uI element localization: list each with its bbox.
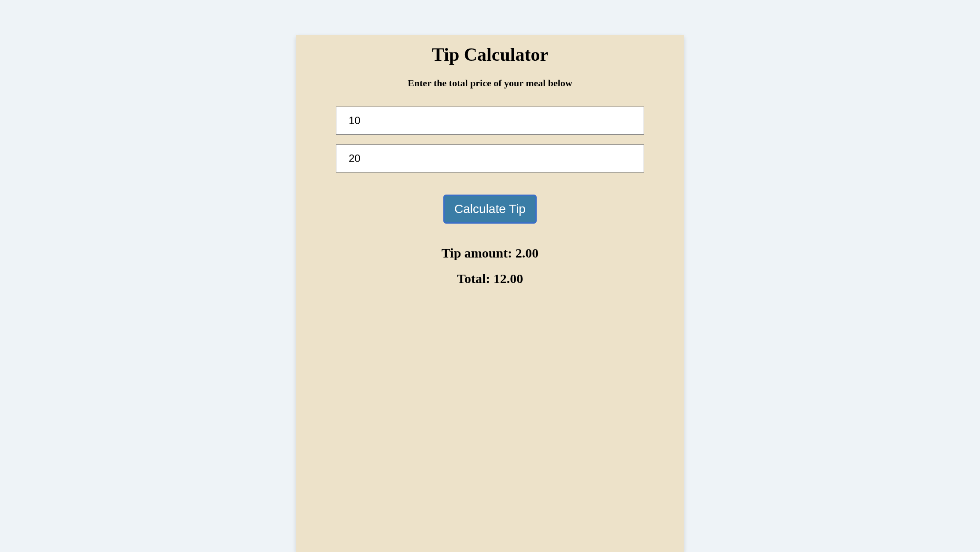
page-title: Tip Calculator — [336, 44, 644, 65]
tip-amount-label: Tip amount: — [442, 246, 516, 260]
tip-amount-value: 2.00 — [516, 246, 539, 260]
subtitle: Enter the total price of your meal below — [336, 77, 644, 89]
tip-amount-result: Tip amount: 2.00 — [336, 246, 644, 261]
meal-price-input[interactable] — [336, 107, 644, 135]
tip-calculator-card: Tip Calculator Enter the total price of … — [296, 35, 684, 552]
total-result: Total: 12.00 — [336, 271, 644, 286]
total-value: 12.00 — [494, 271, 523, 286]
tip-percent-input[interactable] — [336, 144, 644, 173]
total-label: Total: — [457, 271, 494, 286]
calculate-tip-button[interactable]: Calculate Tip — [443, 195, 537, 224]
